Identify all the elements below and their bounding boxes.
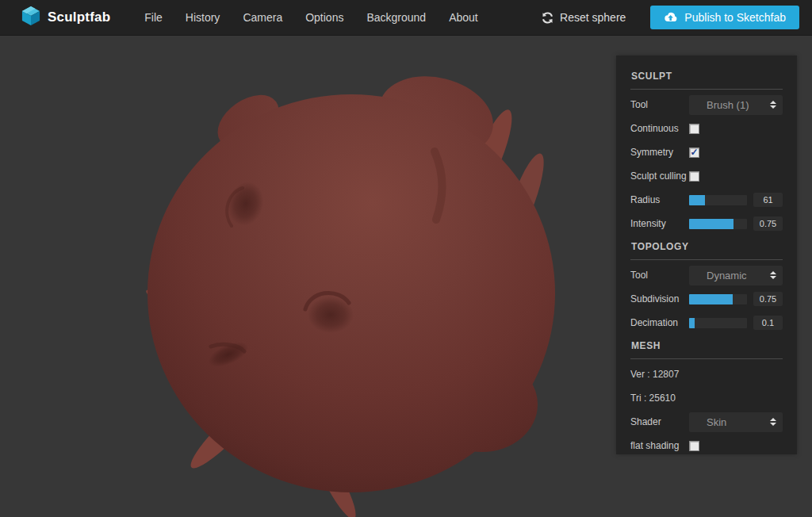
divider — [630, 358, 783, 359]
topology-tool-value: Dynamic — [707, 270, 747, 281]
menu-item-file[interactable]: File — [144, 11, 163, 24]
subdivision-label: Subdivision — [630, 293, 689, 304]
reset-sphere-label: Reset sphere — [560, 11, 626, 24]
app-logo[interactable]: Sculptfab — [0, 6, 110, 29]
sculpt-culling-label: Sculpt culling — [630, 170, 689, 182]
shader-value: Skin — [707, 416, 726, 428]
menu-item-background[interactable]: Background — [366, 11, 426, 24]
symmetry-checkbox[interactable]: ✓ — [689, 147, 699, 158]
sculpt-viewport[interactable]: SCULPT Tool Brush (1) Continuous Symmetr… — [0, 36, 812, 517]
radius-value[interactable]: 61 — [753, 193, 783, 207]
radius-slider-fill — [689, 195, 705, 205]
sculpt-section-title: SCULPT — [630, 68, 783, 89]
symmetry-row: Symmetry ✓ — [630, 140, 783, 164]
menu-item-about[interactable]: About — [449, 11, 478, 24]
intensity-row: Intensity 0.75 — [630, 212, 783, 236]
topbar-right: Reset sphere Publish to Sketchfab — [542, 6, 812, 29]
decimation-row: Decimation 0.1 — [630, 311, 783, 335]
intensity-slider[interactable] — [689, 219, 747, 229]
triangle-count: Tri : 25610 — [630, 386, 783, 410]
updown-arrows-icon — [770, 271, 776, 279]
publish-label: Publish to Sketchfab — [684, 11, 786, 24]
menu-item-history[interactable]: History — [186, 11, 220, 24]
subdivision-row: Subdivision 0.75 — [630, 287, 783, 311]
decimation-slider[interactable] — [689, 318, 747, 328]
sculpt-culling-row: Sculpt culling — [630, 164, 783, 188]
shader-label: Shader — [630, 416, 689, 427]
sculpt-tool-select[interactable]: Brush (1) — [689, 95, 783, 115]
menu-item-camera[interactable]: Camera — [243, 11, 282, 24]
sculpt-culling-checkbox[interactable] — [689, 171, 699, 182]
subdivision-slider[interactable] — [689, 294, 747, 304]
topbar: Sculptfab File History Camera Options Ba… — [0, 0, 812, 36]
symmetry-label: Symmetry — [630, 147, 689, 158]
topology-tool-row: Tool Dynamic — [630, 263, 783, 287]
continuous-checkbox[interactable] — [689, 124, 699, 134]
intensity-label: Intensity — [630, 218, 689, 229]
shader-select[interactable]: Skin — [689, 412, 783, 432]
vertex-count: Ver : 12807 — [630, 362, 783, 386]
radius-slider[interactable] — [689, 195, 747, 205]
updown-arrows-icon — [770, 101, 776, 109]
subdivision-slider-fill — [689, 294, 733, 304]
divider — [630, 89, 783, 90]
shader-row: Shader Skin — [630, 410, 783, 434]
sculpt-tool-label: Tool — [630, 99, 689, 110]
settings-panel: SCULPT Tool Brush (1) Continuous Symmetr… — [616, 56, 797, 454]
sculptfab-cube-icon — [21, 6, 40, 29]
topology-tool-label: Tool — [630, 270, 689, 281]
refresh-icon — [542, 12, 553, 24]
continuous-label: Continuous — [630, 123, 689, 134]
publish-to-sketchfab-button[interactable]: Publish to Sketchfab — [650, 6, 799, 29]
topology-section-title: TOPOLOGY — [630, 239, 783, 259]
flat-shading-checkbox[interactable] — [689, 441, 699, 451]
updown-arrows-icon — [770, 418, 776, 426]
flat-shading-label: flat shading — [630, 440, 689, 451]
decimation-slider-fill — [689, 318, 695, 328]
sculpt-tool-row: Tool Brush (1) — [630, 93, 783, 117]
mesh-section-title: MESH — [630, 338, 783, 358]
intensity-slider-fill — [689, 219, 733, 229]
radius-row: Radius 61 — [630, 188, 783, 212]
decimation-label: Decimation — [630, 317, 689, 328]
main-menu: File History Camera Options Background A… — [144, 11, 477, 24]
sculpt-tool-value: Brush (1) — [707, 99, 749, 111]
reset-sphere-button[interactable]: Reset sphere — [542, 11, 626, 24]
subdivision-value[interactable]: 0.75 — [753, 292, 783, 306]
intensity-value[interactable]: 0.75 — [753, 216, 783, 231]
divider — [630, 259, 783, 260]
radius-label: Radius — [630, 194, 689, 205]
continuous-row: Continuous — [630, 117, 783, 140]
menu-item-options[interactable]: Options — [305, 11, 343, 24]
app-title: Sculptfab — [48, 10, 110, 25]
flat-shading-row: flat shading — [630, 434, 783, 458]
decimation-value[interactable]: 0.1 — [753, 316, 783, 330]
cloud-upload-icon — [664, 12, 677, 23]
topology-tool-select[interactable]: Dynamic — [689, 266, 783, 285]
